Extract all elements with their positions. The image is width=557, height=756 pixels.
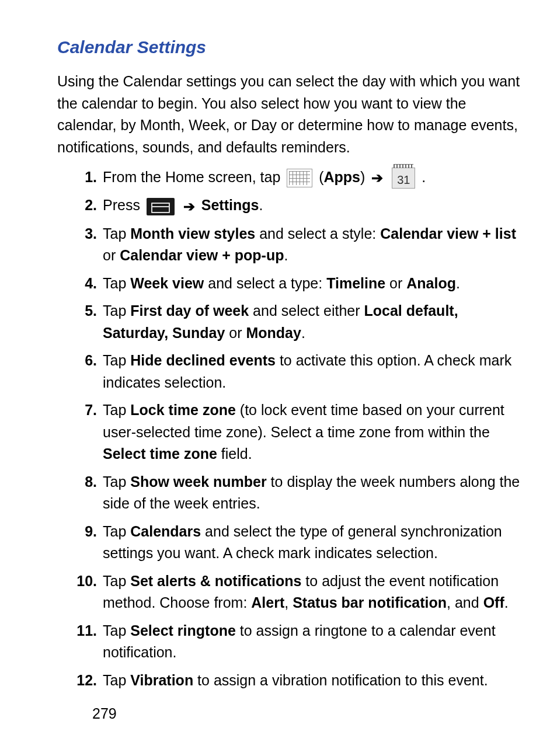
step-3: 3. Tap Month view styles and select a st…: [75, 223, 522, 267]
bold-term: First day of week: [130, 302, 249, 319]
bold-term: Select ringtone: [130, 622, 236, 639]
step-text: Tap: [103, 302, 130, 319]
step-number: 11.: [75, 620, 103, 664]
step-text: or: [385, 275, 406, 291]
calendar-icon: 31: [392, 168, 415, 189]
step-number: 6.: [75, 350, 103, 393]
step-9: 9. Tap Calendars and select the type of …: [75, 521, 522, 565]
arrow-right-icon: ➔: [371, 168, 383, 189]
step-text: Tap: [103, 402, 130, 418]
page-number: 279: [92, 703, 522, 725]
bold-term: Show week number: [130, 473, 266, 490]
step-number: 12.: [75, 670, 103, 692]
steps-list: 1. From the Home screen, tap (Apps) ➔ 31…: [57, 166, 522, 691]
step-text: .: [504, 594, 509, 611]
step-6: 6. Tap Hide declined events to activate …: [75, 350, 522, 393]
step-12: 12. Tap Vibration to assign a vibration …: [75, 670, 522, 692]
arrow-right-icon: ➔: [183, 196, 195, 217]
step-text: .: [456, 275, 460, 291]
step-number: 3.: [75, 223, 103, 267]
apps-label: Apps: [324, 169, 361, 185]
step-7: 7. Tap Lock time zone (to lock event tim…: [75, 399, 522, 465]
bold-term: Alert: [251, 594, 284, 611]
bold-term: Calendar view + pop-up: [120, 247, 284, 263]
step-text: ,: [284, 594, 293, 611]
step-text: or: [103, 247, 120, 263]
step-number: 7.: [75, 399, 103, 465]
intro-paragraph: Using the Calendar settings you can sele…: [57, 71, 522, 158]
step-text: (: [319, 169, 323, 185]
step-text: Tap: [103, 523, 130, 539]
apps-grid-icon: [287, 169, 312, 187]
step-11: 11. Tap Select ringtone to assign a ring…: [75, 620, 522, 664]
bold-term: Calendars: [130, 523, 201, 539]
bold-term: Hide declined events: [130, 352, 276, 368]
step-10: 10. Tap Set alerts & notifications to ad…: [75, 570, 522, 614]
bold-term: Analog: [406, 275, 456, 291]
calendar-icon-day: 31: [397, 173, 410, 186]
bold-term: Week view: [130, 275, 204, 291]
step-text: .: [301, 325, 305, 341]
step-number: 10.: [75, 570, 103, 614]
step-8: 8. Tap Show week number to display the w…: [75, 471, 522, 515]
step-1: 1. From the Home screen, tap (Apps) ➔ 31…: [75, 166, 522, 189]
step-text: Tap: [103, 225, 130, 242]
step-text: Tap: [103, 622, 130, 639]
step-text: Tap: [103, 352, 130, 368]
menu-button-icon: [147, 198, 175, 215]
step-text: and select either: [249, 302, 364, 319]
bold-term: Calendar view + list: [380, 225, 516, 242]
bold-term: Off: [483, 594, 504, 611]
step-4: 4. Tap Week view and select a type: Time…: [75, 273, 522, 295]
step-text: Press: [103, 197, 144, 213]
step-text: or: [225, 325, 246, 341]
step-text: ): [360, 169, 369, 185]
step-text: Tap: [103, 672, 130, 688]
step-text: .: [422, 169, 426, 185]
step-text: Tap: [103, 275, 130, 291]
step-text: and select a style:: [255, 225, 380, 242]
bold-term: Status bar notification: [293, 594, 447, 611]
step-text: From the Home screen, tap: [103, 169, 284, 185]
settings-label: Settings: [201, 197, 259, 213]
step-number: 5.: [75, 300, 103, 344]
bold-term: Set alerts & notifications: [130, 573, 301, 589]
step-text: .: [284, 247, 288, 263]
section-title: Calendar Settings: [57, 34, 522, 60]
step-text: and select a type:: [204, 275, 326, 291]
bold-term: Monday: [246, 325, 301, 341]
bold-term: Lock time zone: [130, 402, 236, 418]
step-2: 2. Press ➔ Settings.: [75, 194, 522, 217]
step-text: field.: [217, 445, 252, 462]
step-number: 4.: [75, 273, 103, 295]
bold-term: Month view styles: [130, 225, 255, 242]
step-text: .: [259, 197, 263, 213]
step-text: to assign a vibration notification to th…: [193, 672, 488, 688]
step-text: Tap: [103, 473, 130, 490]
bold-term: Select time zone: [103, 445, 217, 462]
step-text: , and: [447, 594, 483, 611]
step-number: 8.: [75, 471, 103, 515]
bold-term: Vibration: [130, 672, 193, 688]
step-5: 5. Tap First day of week and select eith…: [75, 300, 522, 344]
step-number: 2.: [75, 194, 103, 217]
step-number: 1.: [75, 166, 103, 189]
step-number: 9.: [75, 521, 103, 565]
bold-term: Timeline: [326, 275, 385, 291]
step-text: Tap: [103, 573, 130, 589]
